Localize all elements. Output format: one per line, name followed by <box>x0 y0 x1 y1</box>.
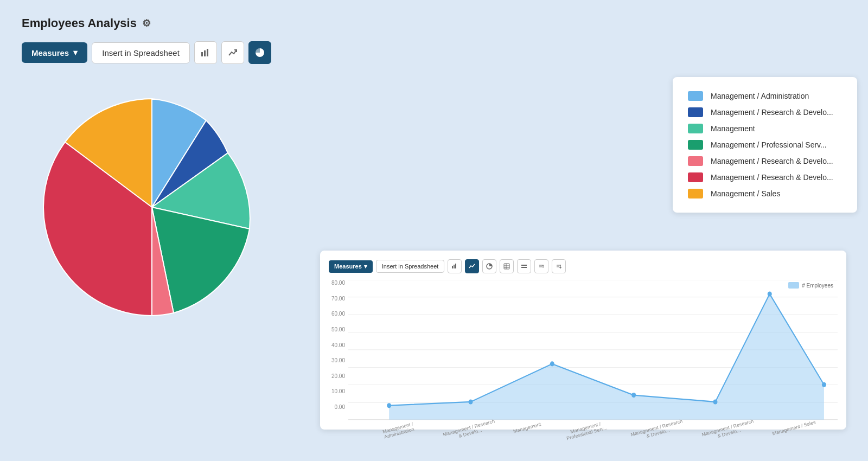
page-title-section: Employees Analysis ⚙ <box>22 16 846 30</box>
line-chart-svg <box>348 280 838 421</box>
pie-chart-section <box>22 77 304 337</box>
legend-item: Management <box>688 120 842 137</box>
line-dropdown-arrow: ▾ <box>364 263 367 270</box>
svg-point-28 <box>387 403 391 408</box>
svg-rect-1 <box>204 50 206 56</box>
legend-item-label: Management / Professional Serv... <box>711 140 827 149</box>
pie-chart-container <box>22 77 282 337</box>
legend-line-label: # Employees <box>802 283 833 289</box>
gear-icon[interactable]: ⚙ <box>142 17 151 29</box>
x-axis-labels: Management / Administration Management /… <box>348 425 838 436</box>
x-label-3: Management <box>513 421 543 439</box>
legend-item: Management / Research & Develo... <box>688 104 842 120</box>
legend-color-box <box>688 156 703 166</box>
legend-color-box <box>688 107 703 117</box>
y-label-60: 60.00 <box>329 311 345 317</box>
main-toolbar: Measures ▾ Insert in Spreadsheet <box>22 41 846 64</box>
svg-rect-4 <box>454 265 455 268</box>
pie-chart-svg <box>22 77 282 337</box>
y-label-70: 70.00 <box>329 296 345 302</box>
y-label-80: 80.00 <box>329 280 345 286</box>
x-label-2: Management / Research & Develo... <box>442 418 497 443</box>
lc-bar2-icon-button[interactable] <box>517 259 531 273</box>
legend-item: Management / Research & Develo... <box>688 169 842 185</box>
svg-point-30 <box>550 361 554 366</box>
legend-item: Management / Sales <box>688 185 842 202</box>
y-label-20: 20.00 <box>329 373 345 379</box>
legend-item: Management / Administration <box>688 88 842 104</box>
svg-point-32 <box>713 399 717 404</box>
svg-rect-12 <box>521 267 527 268</box>
y-label-10: 10.00 <box>329 388 345 394</box>
lc-sort-desc-icon-button[interactable] <box>552 259 566 273</box>
svg-rect-2 <box>207 49 208 56</box>
legend-color-box <box>688 140 703 150</box>
measures-button[interactable]: Measures ▾ <box>22 42 87 63</box>
legend-color-box <box>688 189 703 199</box>
legend-color-box <box>688 172 703 182</box>
lc-trend-icon-button[interactable] <box>465 259 479 273</box>
line-measures-label: Measures <box>334 263 362 270</box>
svg-rect-5 <box>455 264 456 268</box>
legend-item: Management / Research & Develo... <box>688 153 842 169</box>
chart-area: 80.00 70.00 60.00 50.00 40.00 30.00 20.0… <box>329 280 838 421</box>
right-section: Management / AdministrationManagement / … <box>320 77 846 430</box>
line-measures-button[interactable]: Measures ▾ <box>329 260 373 273</box>
y-axis-labels: 80.00 70.00 60.00 50.00 40.00 30.00 20.0… <box>329 280 347 421</box>
legend-line-color <box>788 282 799 289</box>
lc-sort-asc-icon-button[interactable] <box>534 259 548 273</box>
line-chart-card: Measures ▾ Insert in Spreadsheet <box>320 251 846 430</box>
legend-item-label: Management / Sales <box>711 189 780 198</box>
trend-chart-icon-button[interactable] <box>221 41 244 64</box>
lc-pie-icon-button[interactable] <box>482 259 496 273</box>
svg-rect-7 <box>504 264 509 269</box>
bar-chart-icon-button[interactable] <box>194 41 217 64</box>
pie-chart-icon-button[interactable] <box>248 41 271 64</box>
x-label-7: Management / Sales <box>772 419 818 441</box>
legend-card: Management / AdministrationManagement / … <box>673 77 857 213</box>
x-label-1: Management / Administration <box>371 418 426 443</box>
legend-item-label: Management / Research & Develo... <box>711 108 833 117</box>
svg-rect-11 <box>521 265 527 266</box>
svg-rect-3 <box>452 266 453 268</box>
y-label-50: 50.00 <box>329 326 345 332</box>
svg-point-33 <box>768 291 772 296</box>
x-label-6: Management / Research & Develo... <box>701 418 756 443</box>
line-insert-button[interactable]: Insert in Spreadsheet <box>376 260 445 273</box>
legend-item-label: Management / Research & Develo... <box>711 173 833 182</box>
insert-spreadsheet-button[interactable]: Insert in Spreadsheet <box>92 42 190 63</box>
legend-color-box <box>688 124 703 133</box>
legend-item: Management / Professional Serv... <box>688 137 842 153</box>
main-content: Management / AdministrationManagement / … <box>22 77 846 430</box>
lc-bar-icon-button[interactable] <box>448 259 462 273</box>
svg-point-34 <box>822 382 826 387</box>
dropdown-arrow-icon: ▾ <box>73 48 78 57</box>
legend-items: Management / AdministrationManagement / … <box>688 88 842 202</box>
legend-item-label: Management <box>711 124 755 133</box>
x-label-4: Management / Professional Serv... <box>559 418 614 443</box>
y-label-40: 40.00 <box>329 342 345 348</box>
legend-item-label: Management / Administration <box>711 92 809 100</box>
svg-rect-0 <box>201 52 203 56</box>
legend-item-label: Management / Research & Develo... <box>711 157 833 165</box>
measures-label: Measures <box>31 48 69 57</box>
line-chart-legend: # Employees <box>788 282 833 289</box>
lc-table-icon-button[interactable] <box>500 259 514 273</box>
svg-point-31 <box>631 393 636 398</box>
y-label-0: 0.00 <box>329 404 345 410</box>
legend-color-box <box>688 91 703 101</box>
x-label-5: Management / Research & Develo... <box>630 418 685 443</box>
svg-point-29 <box>468 399 473 404</box>
y-label-30: 30.00 <box>329 357 345 363</box>
line-chart-toolbar: Measures ▾ Insert in Spreadsheet <box>329 259 838 273</box>
page-title: Employees Analysis <box>22 16 137 30</box>
